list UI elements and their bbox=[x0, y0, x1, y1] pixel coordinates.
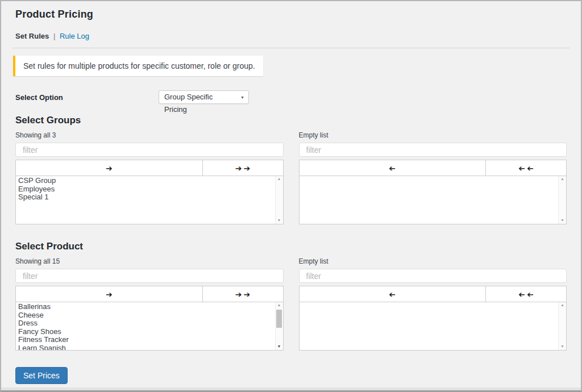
products-available-panel: Showing all 15 ➔ ➔ ➔ BallerinasCheeseDre… bbox=[15, 257, 284, 351]
products-move-all-right-button[interactable]: ➔ ➔ bbox=[202, 286, 284, 302]
tab-set-rules[interactable]: Set Rules bbox=[15, 32, 49, 40]
list-item[interactable]: Employees bbox=[18, 185, 273, 194]
notice-banner: Set rules for multiple products for spec… bbox=[13, 56, 263, 76]
arrow-left-icon: ➔ bbox=[527, 164, 534, 172]
arrow-right-icon: ➔ bbox=[235, 164, 242, 172]
list-item[interactable]: Fitness Tracker bbox=[18, 336, 273, 344]
tab-bar: Set Rules | Rule Log bbox=[13, 32, 569, 48]
products-selected-listbox[interactable]: ▲ ▼ bbox=[299, 302, 567, 351]
scroll-up-icon[interactable]: ▲ bbox=[560, 302, 564, 308]
products-move-all-left-button[interactable]: ➔ ➔ bbox=[485, 286, 567, 302]
groups-selected-count: Empty list bbox=[299, 131, 567, 139]
arrow-right-icon: ➔ bbox=[106, 164, 113, 172]
arrow-left-icon: ➔ bbox=[518, 290, 525, 298]
scrollbar[interactable]: ▲ ▼ bbox=[275, 176, 283, 224]
list-item[interactable]: Special 1 bbox=[18, 193, 273, 202]
list-item[interactable]: Dress bbox=[18, 319, 273, 328]
groups-move-all-left-button[interactable]: ➔ ➔ bbox=[485, 160, 567, 176]
products-move-left-button[interactable]: ➔ bbox=[299, 286, 487, 302]
notice-text: Set rules for multiple products for spec… bbox=[23, 61, 255, 70]
list-item[interactable]: Learn Spanish bbox=[18, 344, 273, 351]
products-section-heading: Select Product bbox=[15, 241, 567, 252]
arrow-right-icon: ➔ bbox=[244, 290, 251, 298]
groups-dual-listbox: Showing all 3 ➔ ➔ ➔ CSP GroupEmployeesSp… bbox=[15, 131, 567, 224]
arrow-left-icon: ➔ bbox=[527, 290, 534, 298]
scrollbar[interactable]: ▲ ▼ bbox=[275, 302, 283, 350]
groups-section-heading: Select Groups bbox=[15, 115, 567, 126]
scroll-up-icon[interactable]: ▲ bbox=[277, 176, 281, 182]
arrow-right-icon: ➔ bbox=[244, 164, 251, 172]
product-pricing-page: Product Pricing Set Rules | Rule Log Set… bbox=[0, 0, 582, 392]
scroll-up-icon[interactable]: ▲ bbox=[560, 176, 564, 182]
arrow-left-icon: ➔ bbox=[389, 164, 396, 172]
groups-move-all-right-button[interactable]: ➔ ➔ bbox=[202, 160, 284, 176]
set-prices-button[interactable]: Set Prices bbox=[15, 367, 68, 384]
scroll-down-icon[interactable]: ▼ bbox=[560, 344, 564, 350]
groups-available-panel: Showing all 3 ➔ ➔ ➔ CSP GroupEmployeesSp… bbox=[15, 131, 284, 224]
groups-selected-listbox[interactable]: ▲ ▼ bbox=[299, 176, 567, 224]
products-available-count: Showing all 15 bbox=[15, 257, 284, 265]
select-option-label: Select Option bbox=[15, 93, 159, 102]
scrollbar[interactable]: ▲ ▼ bbox=[558, 302, 566, 350]
products-selected-panel: Empty list ➔ ➔ ➔ ▲ bbox=[299, 257, 567, 351]
groups-move-left-button[interactable]: ➔ bbox=[299, 160, 487, 176]
groups-move-right-button[interactable]: ➔ bbox=[15, 160, 203, 176]
list-item[interactable]: Fancy Shoes bbox=[18, 328, 273, 336]
groups-available-filter-input[interactable] bbox=[15, 143, 284, 157]
arrow-left-icon: ➔ bbox=[518, 164, 525, 172]
chevron-down-icon: ▼ bbox=[240, 91, 244, 104]
tab-separator: | bbox=[53, 32, 55, 40]
products-dual-listbox: Showing all 15 ➔ ➔ ➔ BallerinasCheeseDre… bbox=[15, 257, 567, 351]
list-item[interactable]: Ballerinas bbox=[18, 303, 273, 311]
arrow-right-icon: ➔ bbox=[106, 290, 113, 298]
groups-selected-panel: Empty list ➔ ➔ ➔ ▲ bbox=[299, 131, 567, 224]
pricing-type-selected-value: Group Specific Pricing bbox=[164, 93, 213, 114]
list-item[interactable]: CSP Group bbox=[18, 177, 273, 185]
products-available-filter-input[interactable] bbox=[15, 269, 284, 283]
scroll-down-icon[interactable]: ▼ bbox=[560, 218, 564, 224]
products-move-right-button[interactable]: ➔ bbox=[15, 286, 203, 302]
products-selected-count: Empty list bbox=[299, 257, 567, 265]
tab-rule-log[interactable]: Rule Log bbox=[60, 32, 89, 40]
products-available-listbox[interactable]: BallerinasCheeseDressFancy ShoesFitness … bbox=[15, 302, 284, 351]
list-item[interactable]: Cheese bbox=[18, 311, 273, 320]
scroll-down-icon[interactable]: ▼ bbox=[277, 344, 281, 350]
scroll-up-icon[interactable]: ▲ bbox=[277, 302, 281, 308]
arrow-right-icon: ➔ bbox=[235, 290, 242, 298]
page-title: Product Pricing bbox=[15, 9, 567, 20]
select-option-row: Select Option Group Specific Pricing ▼ bbox=[15, 90, 567, 104]
pricing-type-dropdown[interactable]: Group Specific Pricing ▼ bbox=[159, 90, 249, 104]
scroll-down-icon[interactable]: ▼ bbox=[277, 218, 281, 224]
arrow-left-icon: ➔ bbox=[389, 290, 396, 298]
scrollbar[interactable]: ▲ ▼ bbox=[558, 176, 566, 224]
groups-selected-filter-input[interactable] bbox=[299, 143, 567, 157]
products-selected-filter-input[interactable] bbox=[299, 269, 567, 283]
scrollbar-thumb[interactable] bbox=[276, 310, 282, 328]
groups-available-count: Showing all 3 bbox=[15, 131, 284, 139]
groups-available-listbox[interactable]: CSP GroupEmployeesSpecial 1 ▲ ▼ bbox=[15, 176, 284, 224]
